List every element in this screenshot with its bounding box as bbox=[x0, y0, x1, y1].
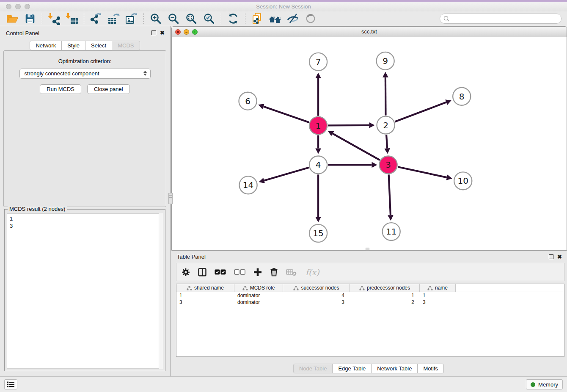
close-panel-icon[interactable]: ✖ bbox=[160, 30, 165, 35]
graph-node-6[interactable]: 6 bbox=[239, 92, 257, 110]
apply-layout-button[interactable] bbox=[226, 12, 240, 25]
edge-arrowhead-2-9 bbox=[383, 72, 388, 77]
show-graphics-details-button[interactable] bbox=[304, 12, 317, 25]
column-header-successor-nodes[interactable]: successor nodes bbox=[283, 284, 350, 292]
edge-2-3[interactable] bbox=[386, 135, 387, 148]
graph-node-9[interactable]: 9 bbox=[377, 52, 394, 70]
network-zoom-button[interactable]: + bbox=[192, 29, 198, 35]
mcds-result-text[interactable]: 1 3 bbox=[7, 213, 163, 369]
select-all-button[interactable] bbox=[215, 269, 226, 275]
cell-name[interactable]: 1 bbox=[420, 292, 456, 299]
export-table-button[interactable] bbox=[107, 12, 121, 25]
graph-node-1[interactable]: 1 bbox=[309, 117, 327, 135]
cell-shared-name[interactable]: 3 bbox=[176, 299, 234, 306]
graph-node-10[interactable]: 10 bbox=[454, 172, 472, 190]
float-panel-icon[interactable] bbox=[151, 30, 156, 35]
graph-node-15[interactable]: 15 bbox=[309, 224, 327, 242]
graph-node-4[interactable]: 4 bbox=[309, 156, 327, 174]
edge-3-10[interactable] bbox=[398, 167, 447, 177]
edge-2-9[interactable] bbox=[385, 77, 386, 116]
network-canvas[interactable]: 1234678910111415 bbox=[172, 37, 567, 250]
canvas-resize-handle[interactable] bbox=[366, 248, 369, 250]
zoom-out-button[interactable] bbox=[167, 12, 180, 25]
column-header-name[interactable]: name bbox=[420, 284, 456, 292]
hide-graphics-details-button[interactable] bbox=[286, 12, 300, 25]
application-window: Session: New Session bbox=[0, 0, 567, 392]
edge-2-8[interactable] bbox=[395, 102, 446, 122]
cell-successor-nodes[interactable]: 3 bbox=[283, 299, 350, 306]
zoom-selected-button[interactable] bbox=[202, 12, 216, 25]
cell-name[interactable]: 3 bbox=[420, 299, 456, 306]
float-panel-icon[interactable] bbox=[549, 254, 553, 259]
edge-1-6[interactable] bbox=[264, 107, 309, 122]
save-session-button[interactable] bbox=[23, 12, 37, 25]
network-window-titlebar[interactable]: ✕ – + scc.txt bbox=[172, 27, 567, 38]
cell-successor-nodes[interactable]: 4 bbox=[283, 292, 350, 299]
delete-row-button[interactable] bbox=[270, 268, 278, 276]
home-button[interactable] bbox=[268, 12, 282, 25]
select-all-icon bbox=[215, 269, 226, 275]
tab-network-table[interactable]: Network Table bbox=[371, 364, 418, 373]
column-header-shared-name[interactable]: shared name bbox=[176, 284, 234, 292]
task-history-button[interactable] bbox=[4, 379, 17, 389]
tab-mcds[interactable]: MCDS bbox=[112, 41, 140, 50]
import-network-button[interactable] bbox=[47, 12, 61, 25]
column-header-predecessor-nodes[interactable]: predecessor nodes bbox=[350, 284, 420, 292]
node-label: 6 bbox=[245, 96, 250, 106]
graph-node-14[interactable]: 14 bbox=[239, 176, 257, 194]
close-panel-button[interactable]: Close panel bbox=[87, 84, 130, 94]
node-table-row[interactable]: 3dominator323 bbox=[176, 299, 564, 306]
show-columns-button[interactable] bbox=[198, 268, 206, 276]
graph-node-3[interactable]: 3 bbox=[380, 156, 397, 174]
duplicate-network-button[interactable] bbox=[250, 12, 264, 25]
graph-node-2[interactable]: 2 bbox=[377, 116, 395, 134]
delete-table-button[interactable] bbox=[286, 268, 297, 276]
cell-predecessor-nodes[interactable]: 1 bbox=[350, 292, 420, 299]
toolbar-separator bbox=[84, 13, 84, 25]
table-settings-button[interactable] bbox=[182, 268, 190, 276]
tab-style[interactable]: Style bbox=[61, 41, 85, 50]
search-input[interactable] bbox=[440, 14, 561, 24]
node-label: 1 bbox=[316, 121, 321, 131]
tab-network[interactable]: Network bbox=[30, 41, 62, 50]
optimization-criterion-select[interactable]: strongly connected component bbox=[19, 69, 151, 79]
main-content: Control Panel ✖ NetworkStyleSelectMCDS O… bbox=[0, 26, 567, 377]
network-close-button[interactable]: ✕ bbox=[175, 29, 181, 35]
optimization-criterion-value: strongly connected component bbox=[25, 70, 99, 77]
graph-node-11[interactable]: 11 bbox=[383, 223, 400, 240]
cell-predecessor-nodes[interactable]: 2 bbox=[350, 299, 420, 306]
close-panel-icon[interactable]: ✖ bbox=[557, 254, 562, 259]
panel-divider-handle[interactable] bbox=[168, 193, 173, 204]
tab-motifs[interactable]: Motifs bbox=[417, 364, 444, 373]
column-header-mcds-role[interactable]: MCDS role bbox=[234, 284, 283, 292]
import-table-button[interactable] bbox=[65, 12, 79, 25]
tab-edge-table[interactable]: Edge Table bbox=[332, 364, 372, 373]
zoom-fit-button[interactable] bbox=[184, 12, 198, 25]
zoom-in-button[interactable] bbox=[149, 12, 162, 25]
graph-node-7[interactable]: 7 bbox=[309, 53, 327, 71]
edge-3-11[interactable] bbox=[389, 174, 391, 215]
network-minimize-button[interactable]: – bbox=[184, 29, 189, 35]
cell-mcds-role[interactable]: dominator bbox=[234, 299, 283, 306]
tab-select[interactable]: Select bbox=[85, 41, 112, 50]
mcds-result-groupbox: MCDS result (2 nodes) 1 3 bbox=[4, 209, 165, 371]
open-session-button[interactable] bbox=[6, 12, 19, 25]
edge-1-2[interactable] bbox=[328, 125, 369, 126]
cell-mcds-role[interactable]: dominator bbox=[234, 292, 283, 299]
node-table-row[interactable]: 1dominator411 bbox=[176, 292, 564, 299]
tab-node-table[interactable]: Node Table bbox=[293, 364, 333, 373]
cell-shared-name[interactable]: 1 bbox=[176, 292, 234, 299]
export-network-button[interactable] bbox=[89, 12, 103, 25]
edge-4-14[interactable] bbox=[264, 168, 309, 181]
result-scrollbar[interactable] bbox=[159, 213, 163, 369]
graph-node-8[interactable]: 8 bbox=[453, 88, 471, 105]
run-mcds-button[interactable]: Run MCDS bbox=[40, 84, 81, 94]
deselect-all-button[interactable] bbox=[234, 269, 245, 275]
export-image-button[interactable] bbox=[125, 12, 138, 25]
add-row-button[interactable] bbox=[253, 268, 262, 276]
memory-button[interactable]: Memory bbox=[526, 379, 563, 389]
network-graph[interactable]: 1234678910111415 bbox=[172, 37, 567, 250]
function-builder-button[interactable]: f(x) bbox=[306, 268, 319, 277]
import-network-icon bbox=[48, 12, 61, 25]
edge-3-1[interactable] bbox=[333, 134, 380, 160]
